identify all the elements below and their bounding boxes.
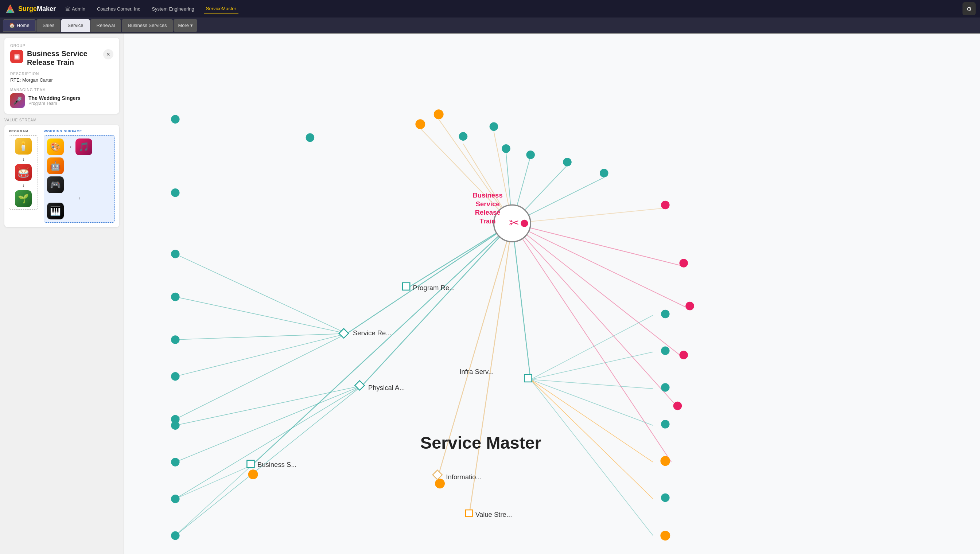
svg-line-21 <box>512 223 690 309</box>
svg-point-58 <box>490 123 499 131</box>
svg-text:Infra Serv...: Infra Serv... <box>459 368 494 376</box>
svg-line-34 <box>175 333 347 340</box>
nav-servicemaster[interactable]: ServiceMaster <box>204 4 239 13</box>
svg-point-67 <box>673 402 682 411</box>
svg-line-27 <box>531 379 653 388</box>
svg-text:Business S...: Business S... <box>257 461 297 468</box>
svg-text:Physical A...: Physical A... <box>368 384 405 392</box>
svg-line-12 <box>438 119 512 223</box>
program-col-container: 🕯️ ↓ 🥁 ↓ 🌱 <box>9 135 38 210</box>
close-icon: ✕ <box>106 51 110 57</box>
svg-point-59 <box>502 144 510 153</box>
program-column: PROGRAM 🕯️ ↓ 🥁 ↓ 🌱 <box>9 129 38 223</box>
svg-point-65 <box>685 302 694 310</box>
svg-line-35 <box>175 333 347 377</box>
svg-point-43 <box>171 115 180 124</box>
arrow-down-1: ↓ <box>22 157 24 162</box>
panel-close-button[interactable]: ✕ <box>103 49 113 59</box>
app-icon-art[interactable]: 🎨 <box>47 138 64 155</box>
svg-point-53 <box>171 495 180 503</box>
nav-coaches[interactable]: Coaches Corner, Inc <box>95 5 143 13</box>
svg-point-47 <box>171 293 180 301</box>
tab-business-services[interactable]: Business Services <box>122 19 173 32</box>
app-icon-piano[interactable]: 🎹 <box>47 203 64 220</box>
app-icon-robot[interactable]: 🤖 <box>47 158 64 174</box>
box-icon: ▣ <box>14 53 20 60</box>
arrow-right-1: → <box>67 143 73 150</box>
tab-service[interactable]: Service <box>61 19 89 32</box>
managing-team-label: MANAGING TEAM <box>10 88 113 92</box>
nav-system[interactable]: System Engineering <box>150 5 196 13</box>
tab-renewal[interactable]: Renewal <box>91 19 121 32</box>
working-col-label: WORKING SURFACE <box>44 129 115 133</box>
svg-point-48 <box>171 335 180 344</box>
app-icon-plant[interactable]: 🌱 <box>15 190 32 207</box>
svg-line-41 <box>175 465 252 498</box>
tab-more[interactable]: More ▾ <box>174 19 197 32</box>
svg-point-79 <box>521 220 528 227</box>
svg-line-31 <box>531 379 653 535</box>
logo[interactable]: SurgeMaker <box>4 3 56 14</box>
panel-title-row: ▣ Business Service Release Train ✕ <box>10 49 113 67</box>
working-row-2: 🤖 <box>47 158 112 174</box>
svg-point-44 <box>306 134 315 142</box>
svg-line-32 <box>175 254 347 333</box>
visualization-area: ✂ Program Re... Service Re... Physical A… <box>124 33 980 554</box>
gear-icon: ⚙ <box>967 5 972 13</box>
svg-text:Release: Release <box>475 209 500 216</box>
svg-point-71 <box>661 420 670 428</box>
svg-point-55 <box>415 119 425 129</box>
app-icon-candle[interactable]: 🕯️ <box>15 138 32 154</box>
network-svg: ✂ Program Re... Service Re... Physical A… <box>124 33 980 554</box>
tab-home[interactable]: 🏠 Home <box>3 19 36 32</box>
svg-line-22 <box>512 223 684 358</box>
svg-point-51 <box>171 421 180 430</box>
svg-point-73 <box>661 494 670 502</box>
vs-diagram: PROGRAM 🕯️ ↓ 🥁 ↓ 🌱 WORK <box>4 125 119 227</box>
tab-sales[interactable]: Sales <box>37 19 61 32</box>
group-panel-card: GROUP ▣ Business Service Release Train ✕… <box>4 38 119 114</box>
svg-point-46 <box>171 250 180 258</box>
main-content: GROUP ▣ Business Service Release Train ✕… <box>0 33 980 554</box>
svg-point-75 <box>248 470 258 479</box>
arrow-down-3: ↓ <box>47 195 112 201</box>
team-row[interactable]: 🎤 The Wedding Singers Program Team <box>10 93 113 108</box>
svg-line-39 <box>175 385 362 499</box>
svg-rect-80 <box>403 283 410 290</box>
svg-point-64 <box>679 259 688 267</box>
settings-button[interactable]: ⚙ <box>962 2 976 15</box>
chevron-down-icon: ▾ <box>190 22 193 28</box>
svg-text:Service Re...: Service Re... <box>353 329 392 337</box>
svg-line-36 <box>175 333 347 419</box>
value-stream-section: VALUE STREAM PROGRAM 🕯️ ↓ 🥁 ↓ 🌱 <box>4 118 119 227</box>
team-avatar: 🎤 <box>10 93 25 108</box>
svg-text:Informatio...: Informatio... <box>446 473 481 481</box>
svg-point-57 <box>459 132 468 141</box>
svg-text:✂: ✂ <box>509 216 519 229</box>
app-icon-music[interactable]: 🎵 <box>75 138 92 155</box>
app-icon-game[interactable]: 🎮 <box>47 177 64 193</box>
svg-text:Value Stre...: Value Stre... <box>475 511 512 518</box>
group-label: GROUP <box>10 44 113 48</box>
svg-text:Program Re...: Program Re... <box>413 284 455 291</box>
svg-rect-88 <box>433 470 442 480</box>
svg-line-33 <box>175 297 347 333</box>
svg-line-19 <box>512 208 665 223</box>
top-navigation: SurgeMaker 🏛 Admin Coaches Corner, Inc S… <box>0 0 980 18</box>
logo-text: SurgeMaker <box>18 5 56 13</box>
program-col-label: PROGRAM <box>9 129 38 133</box>
app-icon-drum[interactable]: 🥁 <box>15 164 32 181</box>
working-row-4: 🎹 <box>47 203 112 220</box>
svg-text:Service Master: Service Master <box>421 433 542 452</box>
microphone-icon: 🎤 <box>13 96 22 105</box>
svg-text:Train: Train <box>480 217 496 225</box>
svg-point-72 <box>660 456 670 466</box>
working-row-1: 🎨 → 🎵 <box>47 138 112 155</box>
svg-line-29 <box>531 379 653 462</box>
tab-bar: 🏠 Home Sales Service Renewal Business Se… <box>0 18 980 33</box>
svg-point-76 <box>435 479 445 489</box>
svg-line-6 <box>362 223 512 385</box>
svg-point-2 <box>8 6 12 10</box>
nav-admin[interactable]: 🏛 Admin <box>63 5 88 13</box>
svg-point-70 <box>661 383 670 392</box>
